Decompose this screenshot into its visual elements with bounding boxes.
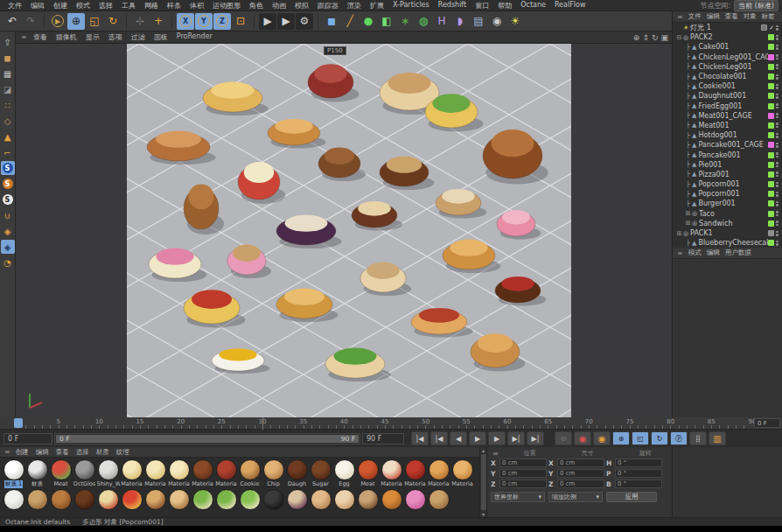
material-1-13[interactable]: Sugar <box>309 459 332 489</box>
coordinate-system-icon[interactable]: ⊡ <box>232 13 249 30</box>
visibility-dot-top[interactable] <box>776 133 779 136</box>
filmstrip-button[interactable]: ▥ <box>709 431 726 445</box>
spline-tool-icon[interactable]: H <box>433 13 450 30</box>
visibility-dots[interactable] <box>776 45 779 50</box>
material-2-12[interactable] <box>285 489 309 517</box>
visibility-dots[interactable] <box>776 74 779 80</box>
texture-tag-chip[interactable] <box>768 44 774 50</box>
size-mode-dropdown[interactable]: 缩放比例 ▾ <box>548 492 603 502</box>
material-sphere[interactable] <box>3 459 24 480</box>
material-sphere[interactable] <box>216 459 237 480</box>
coord-value-field[interactable]: 0 ° <box>615 480 662 488</box>
mat-menu-2[interactable]: 查看 <box>52 448 73 457</box>
material-sphere[interactable] <box>311 459 332 480</box>
texture-tag-chip[interactable] <box>768 200 774 206</box>
material-sphere[interactable] <box>405 459 426 480</box>
subdivision-surface-icon[interactable]: ● <box>360 13 377 30</box>
play-button[interactable]: ▶ <box>469 431 486 445</box>
material-2-15[interactable] <box>356 489 380 517</box>
material-2-3[interactable] <box>73 489 96 517</box>
visibility-dot-bottom[interactable] <box>776 28 779 31</box>
zoom-view-icon[interactable]: ⇕ <box>642 33 649 42</box>
material-sphere[interactable] <box>334 489 355 510</box>
texture-tag-chip[interactable] <box>768 132 774 138</box>
points-mode-icon[interactable]: ∷ <box>1 98 15 112</box>
tree-row-sandwich[interactable]: ⊞◎Sandwich <box>673 219 782 228</box>
spline-pen-icon[interactable]: ╱ <box>341 13 359 30</box>
visibility-dot-top[interactable] <box>776 201 779 204</box>
material-sphere[interactable] <box>429 489 450 510</box>
visibility-dot-top[interactable] <box>776 241 779 243</box>
tree-row-popcorn001[interactable]: ├▲Popcorn001 <box>673 179 782 189</box>
visibility-dots[interactable] <box>776 241 779 246</box>
nodespace-selector[interactable]: 当前 (标准) <box>734 0 779 11</box>
am-menu-0[interactable]: 模式 <box>686 248 704 257</box>
visibility-dot-bottom[interactable] <box>776 165 779 168</box>
tree-expander-icon[interactable]: ⊞ <box>675 230 683 237</box>
snap-3d-icon[interactable]: S <box>1 192 15 206</box>
snap-settings-icon[interactable]: S <box>1 177 15 191</box>
visibility-dot-top[interactable] <box>776 45 779 47</box>
render-settings-icon[interactable]: ⚙ <box>296 13 313 30</box>
coord-value-field[interactable]: 0 cm <box>499 480 547 488</box>
workplane-mode-icon[interactable]: ◪ <box>1 82 15 96</box>
material-1-6[interactable]: Materia <box>143 459 167 489</box>
range-slider[interactable]: 0 F 90 F <box>54 433 360 444</box>
menu-17[interactable]: Redshift <box>434 1 471 10</box>
visibility-dots[interactable] <box>776 84 779 89</box>
coord-value-field[interactable]: 0 cm <box>557 469 604 478</box>
material-2-14[interactable] <box>332 489 356 517</box>
visibility-dot-bottom[interactable] <box>776 214 779 217</box>
material-2-2[interactable] <box>49 489 73 517</box>
visibility-dot-top[interactable] <box>776 54 779 57</box>
visibility-dots[interactable] <box>776 35 779 40</box>
visibility-dot-bottom[interactable] <box>776 234 779 236</box>
tree-row-pack2[interactable]: ⊟◎PACK2 <box>673 32 782 42</box>
material-sphere[interactable] <box>381 459 402 480</box>
material-sphere[interactable] <box>287 489 308 510</box>
texture-mode-icon[interactable]: ▦ <box>1 66 15 80</box>
material-2-8[interactable] <box>191 489 214 517</box>
coord-value-field[interactable]: 0 cm <box>499 469 547 478</box>
visibility-dots[interactable] <box>776 152 779 158</box>
material-sphere[interactable] <box>74 489 95 510</box>
mat-menu-0[interactable]: 创建 <box>12 448 32 457</box>
autokey-button[interactable]: ◉ <box>593 431 611 445</box>
magnet-icon[interactable]: ∪ <box>1 208 15 222</box>
material-sphere[interactable] <box>98 489 119 510</box>
material-1-7[interactable]: Materia <box>167 459 191 489</box>
texture-tag-chip[interactable] <box>768 191 774 197</box>
visibility-dot-top[interactable] <box>776 192 779 194</box>
material-sphere[interactable] <box>263 489 284 510</box>
material-sphere[interactable] <box>240 459 261 480</box>
visibility-dots[interactable] <box>776 211 779 216</box>
material-sphere[interactable] <box>3 489 24 510</box>
visibility-dot-top[interactable] <box>776 64 779 66</box>
material-sphere[interactable] <box>334 459 355 480</box>
texture-tag-chip[interactable] <box>768 181 774 187</box>
material-sphere[interactable] <box>98 459 119 480</box>
timeline-ruler[interactable]: 051015202530354045505560657075808590 0 F <box>0 417 782 430</box>
material-sphere[interactable] <box>311 489 332 510</box>
material-1-14[interactable]: Egg <box>332 459 356 489</box>
tree-row-hotdog001[interactable]: ├▲Hotdog001 <box>673 130 782 140</box>
material-1-18[interactable]: Materia <box>427 459 450 489</box>
visibility-dot-top[interactable] <box>776 182 779 185</box>
visibility-dots[interactable] <box>776 172 779 177</box>
visibility-dots[interactable] <box>776 25 779 31</box>
om-menu-2[interactable]: 查看 <box>723 12 741 21</box>
material-sphere[interactable] <box>381 489 402 510</box>
light-icon[interactable]: ☀ <box>506 13 524 30</box>
visibility-dots[interactable] <box>776 64 779 69</box>
camera-icon[interactable]: ◉ <box>488 13 506 30</box>
mat-menu-3[interactable]: 选择 <box>73 448 93 457</box>
apply-button[interactable]: 应用 <box>606 492 657 502</box>
visibility-dot-top[interactable] <box>776 113 779 116</box>
menu-6[interactable]: 网格 <box>140 1 163 10</box>
material-sphere[interactable] <box>169 489 190 510</box>
material-sphere[interactable] <box>192 459 213 480</box>
visibility-dot-bottom[interactable] <box>776 156 779 158</box>
material-sphere[interactable] <box>405 489 426 510</box>
tree-row-daughnut001[interactable]: ├▲Daughnut001 <box>673 91 782 101</box>
texture-tag-chip[interactable] <box>768 162 774 168</box>
